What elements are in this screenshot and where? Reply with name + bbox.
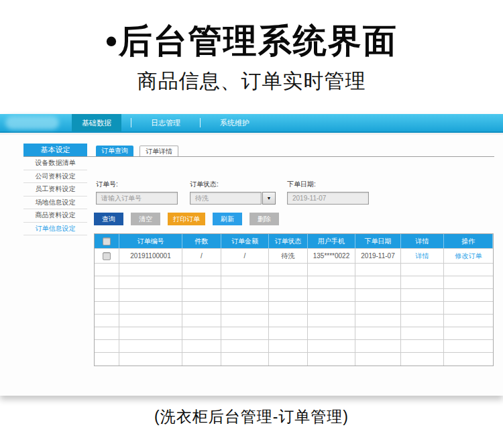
header-divider <box>23 156 494 157</box>
col-date: 下单日期 <box>355 234 401 248</box>
empty-cell <box>444 327 493 339</box>
empty-cell <box>221 340 269 352</box>
poster-header: •后台管理系统界面 商品信息、订单实时管理 <box>0 23 503 95</box>
sidebar-header-basic-settings[interactable]: 基本设定 <box>23 144 87 156</box>
empty-cell <box>444 276 493 288</box>
empty-cell <box>401 315 444 327</box>
select-all-checkbox[interactable] <box>103 237 111 245</box>
empty-cell <box>444 315 493 327</box>
empty-cell <box>182 264 221 276</box>
poster-page: •后台管理系统界面 商品信息、订单实时管理 基础数据 日志管理 系统维护 基本设… <box>0 0 503 448</box>
empty-cell <box>269 289 308 301</box>
empty-cell <box>355 327 401 339</box>
empty-cell <box>119 289 182 301</box>
order-status-label: 订单状态: <box>190 180 276 189</box>
cell-detail: 详情 <box>401 249 444 263</box>
cell-phone: 135****0022 <box>308 249 355 263</box>
delete-button[interactable]: 删除 <box>249 213 279 225</box>
empty-cell <box>401 340 444 352</box>
col-status: 订单状态 <box>269 234 308 248</box>
empty-cell <box>269 315 308 327</box>
sidebar-item-order-info[interactable]: 订单信息设定 <box>23 223 87 236</box>
sidebar-item-product-info[interactable]: 商品资料设定 <box>23 209 87 223</box>
empty-cell <box>355 289 401 301</box>
empty-cell <box>221 315 269 327</box>
sidebar-item-device-data-list[interactable]: 设备数据清单 <box>23 157 87 170</box>
nav-tab-system-maintenance[interactable]: 系统维护 <box>210 114 260 131</box>
order-no-label: 订单号: <box>96 180 178 189</box>
empty-cell <box>221 327 269 339</box>
table-row <box>95 264 493 276</box>
empty-cell <box>308 276 355 288</box>
empty-cell <box>95 315 119 327</box>
empty-cell <box>308 353 355 366</box>
clear-button[interactable]: 清空 <box>131 213 160 225</box>
tab-order-query[interactable]: 订单查询 <box>96 146 133 156</box>
empty-cell <box>355 276 401 288</box>
empty-cell <box>119 302 182 314</box>
order-status-select[interactable]: 待洗 ▼ <box>190 192 276 205</box>
tab-order-detail[interactable]: 订单详情 <box>139 146 178 156</box>
empty-cell <box>221 289 269 301</box>
empty-cell <box>182 353 221 366</box>
empty-cell <box>95 327 119 339</box>
cell-action: 修改订单 <box>444 249 493 263</box>
order-no-input[interactable]: 请输入订单号 <box>96 192 178 205</box>
empty-cell <box>182 276 221 288</box>
empty-cell <box>119 264 182 276</box>
col-order-no: 订单编号 <box>119 234 182 248</box>
col-detail: 详情 <box>401 234 444 248</box>
cell-status: 待洗 <box>269 249 308 263</box>
table-row: 20191100001 / / 待洗 135****0022 2019-11-0… <box>95 249 493 264</box>
table-row <box>95 327 493 340</box>
empty-cell <box>182 289 221 301</box>
empty-cell <box>182 340 221 352</box>
detail-link[interactable]: 详情 <box>416 251 429 261</box>
order-no-group: 订单号: 请输入订单号 <box>96 180 178 205</box>
empty-cell <box>119 353 182 366</box>
empty-cell <box>355 353 401 366</box>
content-panel: 基本设定 设备数据清单 公司资料设定 员工资料设定 场地信息设定 商品资料设定 … <box>0 133 503 396</box>
table-row <box>95 340 493 353</box>
empty-cell <box>95 340 119 352</box>
nav-tab-basic-data[interactable]: 基础数据 <box>72 114 121 131</box>
admin-screenshot: 基础数据 日志管理 系统维护 基本设定 设备数据清单 公司资料设定 员工资料设定… <box>0 114 503 396</box>
empty-cell <box>269 264 308 276</box>
empty-cell <box>221 264 269 276</box>
chevron-down-icon[interactable]: ▼ <box>262 192 276 205</box>
empty-cell <box>401 264 444 276</box>
modify-order-link[interactable]: 修改订单 <box>455 251 482 261</box>
sidebar-item-site-info[interactable]: 场地信息设定 <box>23 197 87 210</box>
empty-cell <box>95 353 119 366</box>
cell-amount: / <box>221 249 269 263</box>
order-tabs: 订单查询 订单详情 <box>96 146 178 156</box>
empty-cell <box>444 289 493 301</box>
table-row <box>95 353 493 366</box>
empty-cell <box>308 315 355 327</box>
order-date-label: 下单日期: <box>287 180 369 189</box>
order-status-group: 订单状态: 待洗 ▼ <box>190 180 276 205</box>
print-order-button[interactable]: 打印订单 <box>168 213 205 225</box>
empty-cell <box>221 276 269 288</box>
empty-cell <box>444 353 493 366</box>
empty-cell <box>119 340 182 352</box>
empty-cell <box>119 327 182 339</box>
empty-cell <box>401 327 444 339</box>
table-row <box>95 315 493 327</box>
query-button[interactable]: 查询 <box>94 213 123 225</box>
table-header-row: 订单编号 件数 订单金额 订单状态 用户手机 下单日期 详情 操作 <box>95 234 493 249</box>
empty-cell <box>401 302 444 314</box>
empty-cell <box>269 276 308 288</box>
cell-order-no: 20191100001 <box>119 249 182 263</box>
table-row <box>95 302 493 315</box>
empty-cell <box>444 302 493 314</box>
sidebar-item-employee-info[interactable]: 员工资料设定 <box>23 183 87 197</box>
empty-cell <box>95 264 119 276</box>
nav-tab-log-management[interactable]: 日志管理 <box>141 114 190 131</box>
sidebar-item-company-info[interactable]: 公司资料设定 <box>23 170 87 184</box>
refresh-button[interactable]: 刷新 <box>213 213 242 225</box>
empty-cell <box>269 327 308 339</box>
empty-cell <box>95 276 119 288</box>
row-checkbox[interactable] <box>103 252 111 260</box>
order-date-input[interactable]: 2019-11-07 <box>287 192 369 205</box>
